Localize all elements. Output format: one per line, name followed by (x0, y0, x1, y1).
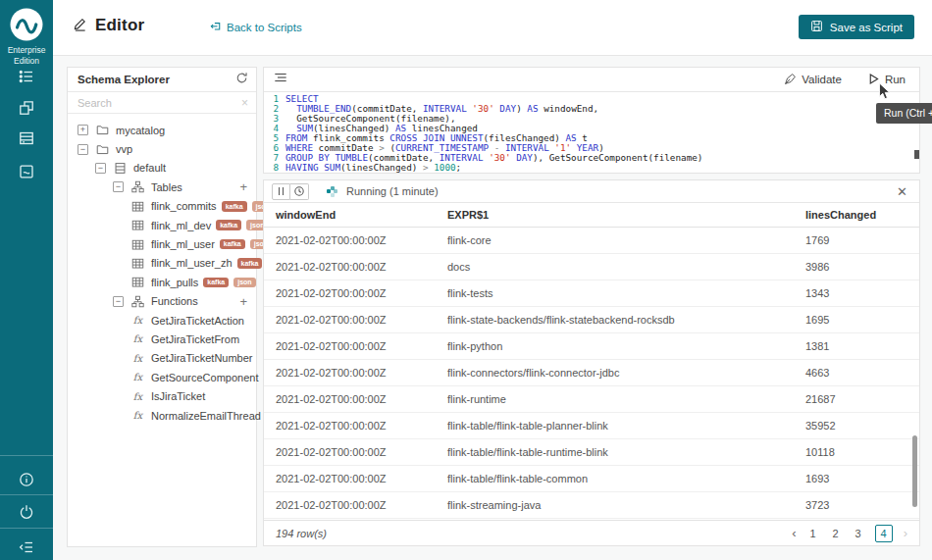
tree-item-default[interactable]: −default (68, 159, 256, 178)
results-body: 2021-02-02T00:00:00Zflink-core17692021-0… (264, 228, 919, 519)
deployments-icon[interactable] (0, 95, 53, 121)
column-header[interactable]: EXPR$1 (447, 209, 805, 221)
cell-expr1: docs (447, 261, 805, 273)
cell-windowend: 2021-02-02T00:00:00Z (276, 367, 447, 379)
page-1[interactable]: 1 (807, 528, 819, 539)
sql-editor-icon[interactable] (0, 159, 53, 184)
function-fx-icon: fx (130, 353, 145, 364)
prev-page-icon[interactable]: ‹ (792, 527, 796, 539)
folder-icon (95, 143, 110, 156)
table-row: 2021-02-02T00:00:00Zflink-runtime21687 (264, 386, 919, 413)
column-header[interactable]: linesChanged (805, 209, 919, 221)
cell-expr1: flink-state-backends/flink-statebackend-… (447, 314, 805, 326)
app-window: Enterprise Edition (0, 0, 932, 560)
cell-windowend: 2021-02-02T00:00:00Z (276, 446, 447, 458)
power-icon[interactable] (0, 499, 53, 525)
back-icon (210, 21, 222, 34)
validate-button[interactable]: Validate (784, 73, 842, 87)
tree-item-mycatalog[interactable]: +mycatalog (68, 121, 256, 139)
tree-item-flink_ml_dev[interactable]: flink_ml_devkafkajson (68, 216, 256, 234)
tree-item-flink_pulls[interactable]: flink_pullskafkajson (68, 273, 256, 291)
table-row: 2021-02-02T00:00:00Zdocs3986 (264, 254, 919, 280)
expand-node-icon[interactable]: + (78, 125, 88, 135)
table-row: 2021-02-02T00:00:00Zflink-streaming-java… (264, 492, 919, 519)
tree-item-label: IsJiraTicket (151, 390, 205, 402)
tree-item-Tables[interactable]: −Tables+ (68, 178, 256, 196)
close-icon[interactable]: ✕ (895, 184, 909, 199)
tree-item-GetJiraTicketFrom[interactable]: fxGetJiraTicketFrom (68, 330, 256, 348)
tree-item-GetJiraTicketAction[interactable]: fxGetJiraTicketAction (68, 311, 256, 330)
tree-item-NormalizeEmailThread[interactable]: fxNormalizeEmailThread (68, 406, 256, 425)
tree-item-label: GetJiraTicketNumber (151, 352, 253, 364)
badge-kafka: kafka (203, 278, 229, 288)
info-icon[interactable] (0, 467, 53, 492)
page-2[interactable]: 2 (830, 528, 842, 539)
tree-item-label: flink_ml_dev (151, 220, 211, 231)
cell-lineschanged: 1695 (805, 314, 919, 326)
tree-item-flink_ml_user_zh[interactable]: flink_ml_user_zhkafkajson (68, 254, 256, 273)
cell-lineschanged: 35952 (805, 420, 919, 432)
table-grid-icon (130, 238, 145, 251)
function-fx-icon: fx (130, 372, 145, 382)
menu-icon[interactable] (274, 71, 287, 88)
tree-item-flink_ml_user[interactable]: flink_ml_userkafkajson (68, 234, 256, 253)
code-lines[interactable]: 1SELECT2 TUMBLE_END(commitDate, INTERVAL… (264, 92, 919, 173)
tree-item-label: GetJiraTicketAction (151, 315, 244, 327)
save-as-script-button[interactable]: Save as Script (799, 15, 914, 39)
function-fx-icon: fx (130, 410, 145, 421)
code-text: HAVING SUM(linesChanged) > 1000; (285, 163, 461, 173)
cell-lineschanged: 4663 (805, 367, 919, 379)
function-fx-icon: fx (130, 391, 145, 402)
cell-lineschanged: 1769 (805, 234, 919, 246)
cell-windowend: 2021-02-02T00:00:00Z (276, 340, 447, 352)
tree-item-label: Functions (151, 295, 198, 307)
page-3[interactable]: 3 (853, 528, 864, 539)
cell-expr1: flink-table/flink-table-runtime-blink (447, 446, 805, 458)
tree-item-label: flink_ml_user_zh (151, 257, 233, 269)
sidebar-divider (0, 455, 53, 456)
tree-item-GetJiraTicketNumber[interactable]: fxGetJiraTicketNumber (68, 349, 256, 368)
results-scrollbar[interactable] (912, 435, 917, 507)
jobs-list-icon[interactable] (0, 64, 53, 89)
function-fx-icon: fx (130, 315, 145, 326)
table-grid-icon (130, 219, 145, 231)
collapse-sidebar-icon[interactable] (0, 535, 53, 560)
tree-item-flink_commits[interactable]: flink_commitskafkajson (68, 197, 256, 216)
badge-kafka: kafka (222, 201, 247, 212)
cell-windowend: 2021-02-02T00:00:00Z (276, 287, 447, 299)
schema-explorer-title: Schema Explorer (78, 74, 235, 85)
schema-tree: +mycatalog−vvp−default−Tables+flink_comm… (68, 114, 256, 425)
column-header[interactable]: windowEnd (276, 209, 447, 221)
table-grid-icon (130, 276, 145, 288)
pagination: ‹ 1234 › (792, 525, 907, 542)
save-icon (810, 20, 823, 34)
pagination-pages: 1234 (807, 525, 893, 542)
tree-item-GetSourceComponent[interactable]: fxGetSourceComponent (68, 368, 256, 386)
collapse-node-icon[interactable]: − (95, 163, 106, 174)
badge-kafka: kafka (237, 258, 263, 269)
search-input[interactable] (68, 97, 241, 109)
cell-expr1: flink-runtime (447, 393, 805, 405)
add-icon[interactable]: + (239, 294, 247, 309)
tables-nav-icon[interactable] (0, 126, 53, 151)
collapse-node-icon[interactable]: − (78, 144, 88, 155)
refresh-icon[interactable] (235, 71, 248, 88)
page-4[interactable]: 4 (875, 525, 893, 542)
collapse-node-icon[interactable]: − (113, 296, 124, 307)
back-to-scripts-link[interactable]: Back to Scripts (210, 21, 302, 34)
tree-item-label: GetJiraTicketFrom (151, 333, 239, 345)
sitemap-icon (130, 180, 145, 193)
add-icon[interactable]: + (239, 179, 247, 194)
tree-item-IsJiraTicket[interactable]: fxIsJiraTicket (68, 386, 256, 405)
next-page-icon[interactable]: › (904, 527, 907, 539)
clear-search-icon[interactable]: × (241, 96, 248, 110)
folder-icon (95, 124, 110, 136)
tree-item-vvp[interactable]: −vvp (68, 139, 256, 158)
collapse-node-icon[interactable]: − (113, 181, 124, 192)
history-clock-icon[interactable] (290, 183, 309, 200)
pause-icon[interactable] (272, 183, 290, 200)
editor-scrollbar[interactable] (914, 150, 919, 159)
cell-expr1: flink-table/flink-table-planner-blink (447, 420, 805, 432)
tree-item-Functions[interactable]: −Functions+ (68, 292, 256, 311)
sql-editor-panel: Validate Run 1SELECT2 TUMBLE_END(commitD… (263, 67, 920, 174)
